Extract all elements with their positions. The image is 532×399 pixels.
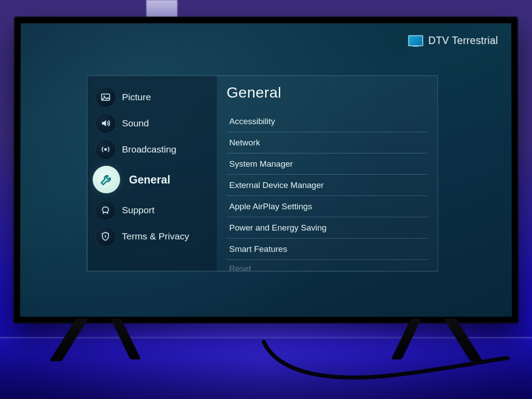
status-bar: DTV Terrestrial (408, 35, 498, 47)
sidebar-item-terms-privacy[interactable]: Terms & Privacy (87, 223, 217, 249)
detail-title: General (227, 84, 428, 101)
shield-icon (95, 226, 116, 246)
settings-panel: Picture Sound (87, 75, 438, 271)
source-label: DTV Terrestrial (428, 35, 498, 47)
settings-detail: General Accessibility Network System Man… (217, 76, 438, 271)
sidebar-item-label: Terms & Privacy (122, 231, 189, 242)
sidebar-item-label: Picture (122, 92, 151, 102)
sidebar-item-picture[interactable]: Picture (87, 84, 217, 110)
svg-point-2 (104, 148, 107, 151)
option-external-device-manager[interactable]: External Device Manager (227, 175, 428, 196)
option-power-energy-saving[interactable]: Power and Energy Saving (227, 217, 428, 239)
option-network[interactable]: Network (227, 132, 428, 153)
sidebar-item-support[interactable]: Support (87, 197, 217, 223)
option-accessibility[interactable]: Accessibility (227, 111, 428, 132)
sidebar-item-label: Sound (122, 118, 149, 129)
wrench-icon (93, 166, 120, 193)
source-tv-icon (408, 35, 423, 46)
tv-screen: DTV Terrestrial (20, 23, 512, 317)
sidebar-item-label: Support (122, 205, 155, 215)
sidebar-item-label: General (129, 173, 170, 186)
picture-icon (95, 87, 116, 107)
option-smart-features[interactable]: Smart Features (227, 239, 428, 260)
broadcasting-icon (95, 139, 116, 160)
settings-sidebar: Picture Sound (87, 76, 217, 271)
sidebar-item-broadcasting[interactable]: Broadcasting (87, 136, 217, 162)
tv-bezel: DTV Terrestrial (20, 23, 512, 317)
svg-point-3 (105, 235, 106, 236)
table-surface (0, 337, 532, 399)
room-background: DTV Terrestrial (0, 0, 532, 399)
sidebar-item-general[interactable]: General (87, 162, 217, 197)
sound-icon (95, 113, 116, 133)
sidebar-item-sound[interactable]: Sound (87, 110, 217, 136)
option-apple-airplay-settings[interactable]: Apple AirPlay Settings (227, 196, 428, 217)
option-reset[interactable]: Reset (227, 260, 428, 271)
tv-frame: DTV Terrestrial (14, 17, 518, 323)
option-system-manager[interactable]: System Manager (227, 153, 428, 175)
support-icon (95, 200, 116, 220)
sidebar-item-label: Broadcasting (122, 144, 176, 155)
